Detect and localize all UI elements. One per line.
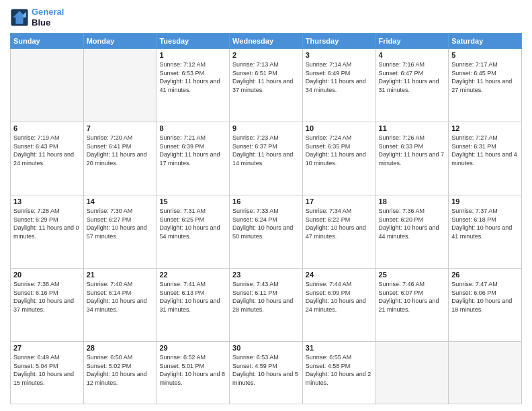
- day-number: 7: [87, 124, 154, 132]
- day-number: 5: [451, 51, 519, 59]
- logo: General Blue: [10, 7, 64, 28]
- day-number: 6: [13, 124, 81, 132]
- day-number: 3: [306, 51, 373, 59]
- cell-content: Sunrise: 7:23 AM Sunset: 6:37 PM Dayligh…: [232, 134, 300, 167]
- day-number: 8: [159, 124, 226, 132]
- calendar-cell: 14Sunrise: 7:30 AM Sunset: 6:27 PM Dayli…: [83, 195, 157, 269]
- calendar-week-row: 27Sunrise: 6:49 AM Sunset: 5:04 PM Dayli…: [11, 342, 522, 404]
- day-number: 21: [87, 271, 154, 279]
- day-number: 20: [13, 271, 81, 279]
- cell-content: Sunrise: 6:52 AM Sunset: 5:01 PM Dayligh…: [159, 353, 226, 387]
- calendar-cell: 11Sunrise: 7:26 AM Sunset: 6:33 PM Dayli…: [375, 122, 449, 195]
- cell-content: Sunrise: 7:41 AM Sunset: 6:13 PM Dayligh…: [159, 280, 226, 314]
- day-number: 18: [379, 197, 446, 205]
- calendar-cell: 16Sunrise: 7:33 AM Sunset: 6:24 PM Dayli…: [230, 195, 303, 269]
- cell-content: Sunrise: 7:36 AM Sunset: 6:20 PM Dayligh…: [379, 207, 446, 240]
- calendar-cell: 25Sunrise: 7:46 AM Sunset: 6:07 PM Dayli…: [375, 269, 449, 342]
- cell-content: Sunrise: 7:13 AM Sunset: 6:51 PM Dayligh…: [232, 60, 300, 94]
- day-number: 30: [232, 344, 300, 352]
- cell-content: Sunrise: 7:17 AM Sunset: 6:45 PM Dayligh…: [451, 60, 519, 94]
- header: General Blue: [10, 7, 522, 28]
- day-number: 25: [379, 271, 446, 279]
- day-number: 1: [159, 51, 226, 59]
- weekday-header: Sunday: [11, 34, 84, 49]
- cell-content: Sunrise: 7:27 AM Sunset: 6:31 PM Dayligh…: [451, 134, 519, 167]
- calendar-cell: 10Sunrise: 7:24 AM Sunset: 6:35 PM Dayli…: [302, 122, 375, 195]
- cell-content: Sunrise: 7:40 AM Sunset: 6:14 PM Dayligh…: [87, 280, 154, 314]
- cell-content: Sunrise: 7:12 AM Sunset: 6:53 PM Dayligh…: [159, 60, 226, 94]
- day-number: 2: [232, 51, 300, 59]
- calendar-cell: 4Sunrise: 7:16 AM Sunset: 6:47 PM Daylig…: [375, 49, 449, 122]
- calendar-table: SundayMondayTuesdayWednesdayThursdayFrid…: [10, 33, 522, 404]
- day-number: 16: [232, 197, 300, 205]
- cell-content: Sunrise: 7:37 AM Sunset: 6:18 PM Dayligh…: [451, 207, 519, 240]
- weekday-header: Tuesday: [157, 34, 230, 49]
- cell-content: Sunrise: 7:33 AM Sunset: 6:24 PM Dayligh…: [232, 207, 300, 240]
- day-number: 22: [159, 271, 226, 279]
- calendar-cell: 12Sunrise: 7:27 AM Sunset: 6:31 PM Dayli…: [449, 122, 522, 195]
- calendar-week-row: 6Sunrise: 7:19 AM Sunset: 6:43 PM Daylig…: [11, 122, 522, 195]
- calendar-cell: 9Sunrise: 7:23 AM Sunset: 6:37 PM Daylig…: [230, 122, 303, 195]
- cell-content: Sunrise: 7:38 AM Sunset: 6:16 PM Dayligh…: [13, 280, 81, 314]
- calendar-cell: 21Sunrise: 7:40 AM Sunset: 6:14 PM Dayli…: [83, 269, 157, 342]
- day-number: 31: [306, 344, 373, 352]
- calendar-cell: 31Sunrise: 6:55 AM Sunset: 4:58 PM Dayli…: [302, 342, 375, 404]
- calendar-cell: 6Sunrise: 7:19 AM Sunset: 6:43 PM Daylig…: [11, 122, 84, 195]
- cell-content: Sunrise: 6:50 AM Sunset: 5:02 PM Dayligh…: [87, 353, 154, 387]
- weekday-header: Thursday: [302, 34, 375, 49]
- calendar-cell: 30Sunrise: 6:53 AM Sunset: 4:59 PM Dayli…: [230, 342, 303, 404]
- day-number: 29: [159, 344, 226, 352]
- calendar-cell: 26Sunrise: 7:47 AM Sunset: 6:06 PM Dayli…: [449, 269, 522, 342]
- cell-content: Sunrise: 6:55 AM Sunset: 4:58 PM Dayligh…: [306, 353, 373, 387]
- calendar-cell: 13Sunrise: 7:28 AM Sunset: 6:29 PM Dayli…: [11, 195, 84, 269]
- calendar-cell: 18Sunrise: 7:36 AM Sunset: 6:20 PM Dayli…: [375, 195, 449, 269]
- calendar-cell: 15Sunrise: 7:31 AM Sunset: 6:25 PM Dayli…: [157, 195, 230, 269]
- logo-text: General Blue: [32, 7, 64, 28]
- cell-content: Sunrise: 6:53 AM Sunset: 4:59 PM Dayligh…: [232, 353, 300, 387]
- day-number: 26: [451, 271, 519, 279]
- day-number: 28: [87, 344, 154, 352]
- weekday-header: Saturday: [449, 34, 522, 49]
- day-number: 23: [232, 271, 300, 279]
- calendar-cell: 20Sunrise: 7:38 AM Sunset: 6:16 PM Dayli…: [11, 269, 84, 342]
- cell-content: Sunrise: 7:21 AM Sunset: 6:39 PM Dayligh…: [159, 134, 226, 167]
- cell-content: Sunrise: 7:31 AM Sunset: 6:25 PM Dayligh…: [159, 207, 226, 240]
- calendar-cell: [449, 342, 522, 404]
- calendar-cell: 17Sunrise: 7:34 AM Sunset: 6:22 PM Dayli…: [302, 195, 375, 269]
- cell-content: Sunrise: 7:30 AM Sunset: 6:27 PM Dayligh…: [87, 207, 154, 240]
- cell-content: Sunrise: 7:28 AM Sunset: 6:29 PM Dayligh…: [13, 207, 81, 240]
- cell-content: Sunrise: 6:49 AM Sunset: 5:04 PM Dayligh…: [13, 353, 81, 387]
- calendar-cell: 1Sunrise: 7:12 AM Sunset: 6:53 PM Daylig…: [157, 49, 230, 122]
- day-number: 13: [13, 197, 81, 205]
- calendar-cell: 2Sunrise: 7:13 AM Sunset: 6:51 PM Daylig…: [230, 49, 303, 122]
- calendar-cell: 8Sunrise: 7:21 AM Sunset: 6:39 PM Daylig…: [157, 122, 230, 195]
- day-number: 11: [379, 124, 446, 132]
- calendar-week-row: 20Sunrise: 7:38 AM Sunset: 6:16 PM Dayli…: [11, 269, 522, 342]
- calendar-cell: 27Sunrise: 6:49 AM Sunset: 5:04 PM Dayli…: [11, 342, 84, 404]
- calendar-cell: 24Sunrise: 7:44 AM Sunset: 6:09 PM Dayli…: [302, 269, 375, 342]
- cell-content: Sunrise: 7:19 AM Sunset: 6:43 PM Dayligh…: [13, 134, 81, 167]
- day-number: 19: [451, 197, 519, 205]
- weekday-header: Monday: [83, 34, 157, 49]
- calendar-cell: 23Sunrise: 7:43 AM Sunset: 6:11 PM Dayli…: [230, 269, 303, 342]
- day-number: 12: [451, 124, 519, 132]
- cell-content: Sunrise: 7:46 AM Sunset: 6:07 PM Dayligh…: [379, 280, 446, 314]
- day-number: 17: [306, 197, 373, 205]
- cell-content: Sunrise: 7:47 AM Sunset: 6:06 PM Dayligh…: [451, 280, 519, 314]
- calendar-week-row: 13Sunrise: 7:28 AM Sunset: 6:29 PM Dayli…: [11, 195, 522, 269]
- day-number: 9: [232, 124, 300, 132]
- calendar-cell: 5Sunrise: 7:17 AM Sunset: 6:45 PM Daylig…: [449, 49, 522, 122]
- calendar-header-row: SundayMondayTuesdayWednesdayThursdayFrid…: [11, 34, 522, 49]
- cell-content: Sunrise: 7:34 AM Sunset: 6:22 PM Dayligh…: [306, 207, 373, 240]
- day-number: 15: [159, 197, 226, 205]
- day-number: 10: [306, 124, 373, 132]
- cell-content: Sunrise: 7:20 AM Sunset: 6:41 PM Dayligh…: [87, 134, 154, 167]
- day-number: 27: [13, 344, 81, 352]
- cell-content: Sunrise: 7:43 AM Sunset: 6:11 PM Dayligh…: [232, 280, 300, 314]
- cell-content: Sunrise: 7:16 AM Sunset: 6:47 PM Dayligh…: [379, 60, 446, 94]
- weekday-header: Wednesday: [230, 34, 303, 49]
- calendar-cell: 19Sunrise: 7:37 AM Sunset: 6:18 PM Dayli…: [449, 195, 522, 269]
- calendar-cell: [83, 49, 157, 122]
- cell-content: Sunrise: 7:14 AM Sunset: 6:49 PM Dayligh…: [306, 60, 373, 94]
- day-number: 24: [306, 271, 373, 279]
